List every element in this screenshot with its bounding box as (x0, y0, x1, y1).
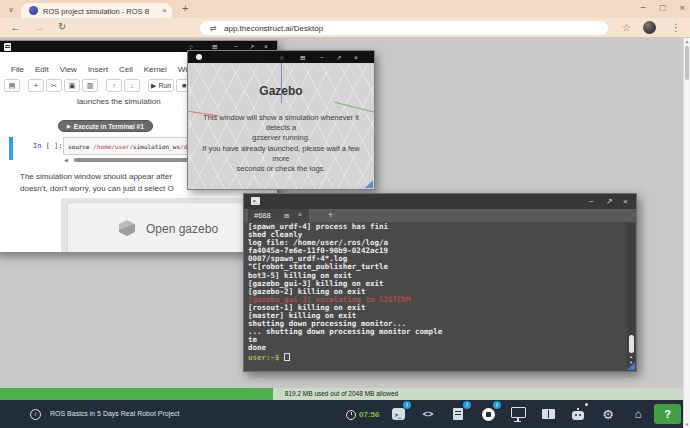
run-cell-button[interactable]: ▶ Run (148, 79, 174, 92)
page-scrollbar[interactable]: ▲ ▼ (683, 38, 690, 428)
url-text: app.theconstruct.ai/Desktop (224, 24, 323, 33)
run-icon: ▶ (151, 82, 156, 90)
terminal-window: >_ − ↗ × #688 ⊞ × + [spawn_urdf-4] proce… (243, 193, 637, 372)
terminal-tab[interactable]: #688 ⊞ × (248, 209, 309, 222)
scroll-up-icon[interactable]: ▲ (684, 39, 690, 44)
popout-tab-icon[interactable]: ⊞ (284, 212, 289, 220)
reload-icon[interactable]: ↻ (58, 21, 66, 32)
move-cell-down-button[interactable]: ↓ (124, 79, 140, 92)
resize-handle[interactable] (365, 180, 373, 188)
terminal-scrollbar[interactable]: ▲ ▼ (627, 223, 635, 366)
gazebo-viewport[interactable]: Gazebo This window will show a simulatio… (188, 63, 374, 189)
menu-item-insert[interactable]: Insert (88, 65, 108, 74)
terminal-line: done (248, 344, 624, 352)
browser-tab-strip: ∨ ROS project simulation - ROS B × + − □… (0, 0, 690, 18)
notebook-text: launches the simulation (77, 97, 161, 106)
taskbar: i ROS Basics in 5 Days Real Robot Projec… (0, 400, 683, 428)
taskbar-notebook-icon[interactable]: ! (450, 406, 466, 422)
terminal-line: te (248, 336, 624, 344)
scroll-left-icon[interactable]: ◀ (64, 157, 68, 163)
minimize-window-icon[interactable]: − (589, 198, 594, 206)
notification-badge: ! (493, 401, 501, 409)
save-button[interactable]: ▤ (4, 79, 20, 92)
window-minimize-icon[interactable]: − (640, 2, 646, 13)
scroll-up-icon[interactable]: ▲ (627, 354, 635, 359)
forward-icon[interactable]: → (34, 21, 45, 33)
terminal-titlebar[interactable]: >_ − ↗ × (244, 194, 636, 209)
taskbar-robot-icon[interactable] (570, 406, 586, 422)
taskbar-home-icon[interactable]: ⌂ (630, 406, 646, 422)
remote-desktop: ○ ⊞ − ↗ × FileEditViewInsertCellKernelWi… (0, 38, 683, 428)
browser-tab[interactable]: ROS project simulation - ROS B × (21, 3, 172, 18)
close-window-icon[interactable]: × (354, 54, 358, 62)
window-close-icon[interactable]: × (679, 2, 685, 13)
new-terminal-tab-button[interactable]: + (328, 210, 333, 220)
taskbar-screen-icon[interactable] (510, 406, 526, 422)
minimize-window-icon[interactable]: − (320, 54, 324, 62)
menu-item-view[interactable]: View (60, 65, 77, 74)
taskbar-simulation-icon[interactable]: ! (480, 406, 496, 422)
taskbar-book-icon[interactable] (540, 406, 556, 422)
maximize-window-icon[interactable]: ↗ (606, 198, 613, 206)
scroll-down-icon[interactable]: ▼ (684, 422, 690, 427)
play-icon: ▶ (67, 123, 71, 129)
menu-item-edit[interactable]: Edit (35, 65, 49, 74)
gazebo-message: This window will show a simulation whene… (194, 113, 368, 143)
menu-item-cell[interactable]: Cell (119, 65, 133, 74)
window-maximize-icon[interactable]: □ (660, 2, 666, 13)
maximize-window-icon[interactable]: ↗ (336, 54, 341, 62)
move-cell-up-button[interactable]: ↑ (106, 79, 122, 92)
selected-cell-indicator (9, 137, 13, 160)
menu-item-file[interactable]: File (11, 65, 24, 74)
terminal-tab-label: #688 (254, 211, 271, 220)
jupyter-menubar: FileEditViewInsertCellKernelWidgets (11, 65, 207, 74)
tab-search-chevron-icon[interactable]: ∨ (4, 4, 18, 16)
url-bar[interactable]: ⇄ app.theconstruct.ai/Desktop (200, 21, 608, 35)
browser-menu-icon[interactable]: ⋮ (671, 22, 681, 33)
scrollbar-thumb[interactable] (629, 335, 634, 353)
notebook-app-icon (4, 43, 11, 51)
scrollbar-thumb[interactable] (74, 158, 202, 162)
paste-cell-button[interactable]: ▥ (82, 79, 98, 92)
taskbar-terminal-icon[interactable]: >_! (390, 406, 406, 422)
gazebo-app-icon (196, 54, 202, 60)
add-cell-button[interactable]: + (28, 79, 44, 92)
cut-cell-button[interactable]: ✂ (46, 79, 62, 92)
terminal-cursor (284, 353, 290, 361)
memory-usage-text: 819.2 MB used out of 2048 MB allowed (0, 388, 683, 400)
cell-code: source /home/user/simulation_ws/dev (68, 143, 194, 150)
close-window-icon[interactable]: × (623, 198, 628, 206)
execute-in-terminal-button[interactable]: ▶ Execute in Terminal #1 (58, 120, 153, 132)
browser-window: ∨ ROS project simulation - ROS B × + − □… (0, 0, 690, 428)
menu-item-kernel[interactable]: Kernel (144, 65, 167, 74)
profile-avatar[interactable] (643, 21, 656, 34)
taskbar-gear-icon[interactable]: ⚙ (600, 406, 616, 422)
terminal-output[interactable]: [spawn_urdf-4] process has finished clea… (248, 223, 624, 362)
terminal-tabbar: #688 ⊞ × + (244, 209, 636, 222)
notification-dot (585, 403, 588, 406)
gazebo-title: Gazebo (188, 84, 374, 98)
refresh-window-icon[interactable]: ○ (280, 54, 284, 62)
close-tab-icon[interactable]: × (298, 211, 302, 218)
scrollbar-thumb[interactable] (685, 46, 689, 80)
gazebo-titlebar[interactable]: ○ ⊞ − ↗ × (188, 51, 374, 63)
memory-usage-bar: 819.2 MB used out of 2048 MB allowed (0, 388, 683, 400)
browser-window-controls: − □ × (640, 2, 685, 13)
site-settings-icon[interactable]: ⇄ (210, 24, 217, 33)
tab-close-icon[interactable]: × (162, 6, 167, 15)
gazebo-window: ○ ⊞ − ↗ × Gazebo This window will show a… (187, 50, 375, 190)
taskbar-code-icon[interactable]: <> (420, 406, 436, 422)
copy-cell-button[interactable]: ▣ (64, 79, 80, 92)
site-favicon-icon (29, 6, 38, 15)
bookmark-star-icon[interactable]: ☆ (622, 22, 631, 33)
tab-title: ROS project simulation - ROS B (43, 7, 149, 16)
popout-window-icon[interactable]: ⊞ (300, 54, 305, 62)
open-gazebo-label[interactable]: Open gazebo (146, 222, 218, 236)
cell-prompt: In [ ]: (33, 142, 63, 150)
resize-handle[interactable] (627, 362, 635, 370)
terminal-line: [spawn_urdf-4] process has fini (248, 223, 624, 231)
new-tab-button[interactable]: + (182, 2, 188, 14)
terminal-line: ... shutting down processing monitor com… (248, 328, 624, 336)
help-button[interactable]: ? (654, 404, 681, 424)
back-icon[interactable]: ← (10, 21, 21, 33)
